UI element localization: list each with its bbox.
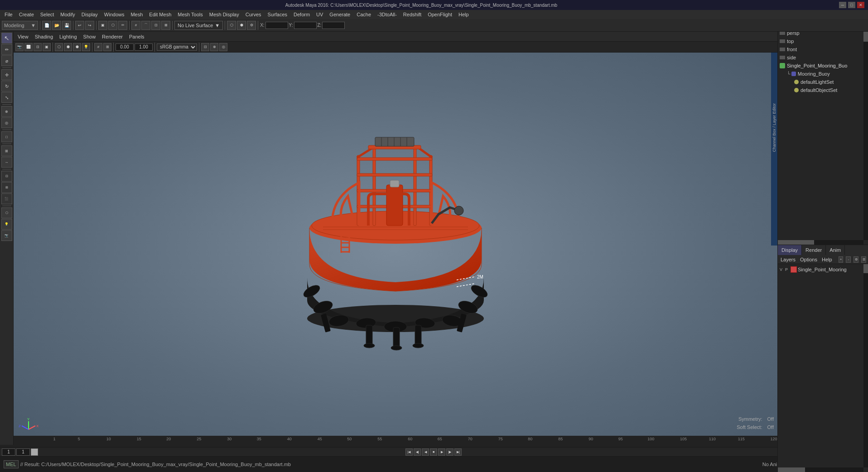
tree-item-side[interactable]: side [778,53,868,62]
measure-button[interactable]: ↔ [1,157,12,168]
select-tool-button[interactable]: ↖ [1,33,12,43]
tree-item-front[interactable]: front [778,45,868,53]
step-back-button[interactable]: ◀| [414,448,421,456]
play-back-button[interactable]: ◀ [422,448,429,456]
options-subtab[interactable]: Options [799,257,818,262]
paint-select-button[interactable]: ✏ [118,21,127,30]
tree-item-spmooring[interactable]: Single_Point_Mooring_Buo [778,62,868,70]
snap-surface-button[interactable]: ⊠ [161,21,170,30]
step-forward-button[interactable]: |▶ [446,448,453,456]
move-tool-button[interactable]: ✛ [1,69,12,80]
save-file-button[interactable]: 💾 [62,21,71,30]
camera-button[interactable]: 📷 [1,230,12,241]
menu-deform[interactable]: Deform [291,11,313,18]
layer-menu-button[interactable]: ☰ [861,256,866,263]
vp-hud-button[interactable]: ⊞ [103,43,111,51]
vp-smooth-button[interactable]: ⬢ [64,43,72,51]
layer-hscrollbar-thumb[interactable] [778,467,805,472]
vp-value2-input[interactable] [135,43,153,51]
display-mode-1[interactable]: ⊡ [1,171,12,182]
redo-button[interactable]: ↪ [85,21,94,30]
select-mode-button[interactable]: ▣ [98,21,107,30]
vp-frame-all-button[interactable]: ⊡ [34,43,42,51]
display-mode-3[interactable]: ⬛ [1,193,12,204]
menu-mesh[interactable]: Mesh [128,11,145,18]
z-input[interactable] [322,22,345,29]
layer-hscrollbar[interactable] [778,467,863,472]
snap-grid-button[interactable]: # [131,21,140,30]
menu-help[interactable]: Help [456,11,472,18]
render-region-button[interactable]: ⬡ [1,207,12,218]
menu-mesh-display[interactable]: Mesh Display [207,11,242,18]
layer-scrollbar-thumb[interactable] [863,264,868,273]
vp-extra3-button[interactable]: ◎ [219,43,227,51]
tree-item-object-set[interactable]: defaultObjectSet [778,86,868,94]
layer-color-swatch[interactable] [791,266,797,273]
vp-value1-input[interactable] [116,43,134,51]
universal-manip-button[interactable]: ⊕ [1,106,12,117]
x-input[interactable] [265,22,288,29]
snap-point-button[interactable]: ⊡ [151,21,160,30]
layer-delete-button[interactable]: - [846,256,851,263]
restore-button[interactable]: □ [848,2,855,8]
menu-select[interactable]: Select [38,11,57,18]
mode-dropdown[interactable]: Modeling ▼ [2,21,38,30]
tab-render[interactable]: Render [802,245,826,255]
minimize-button[interactable]: ─ [839,2,846,8]
snap-curve-button[interactable]: ⌒ [141,21,150,30]
vp-fit-button[interactable]: ⬜ [24,43,33,51]
menu-modify[interactable]: Modify [58,11,77,18]
vp-grid-button[interactable]: # [94,43,102,51]
help-subtab[interactable]: Help [821,257,833,262]
render-button[interactable]: ⬡ [227,21,236,30]
menu-surfaces[interactable]: Surfaces [265,11,290,18]
menu-windows[interactable]: Windows [101,11,127,18]
undo-button[interactable]: ↩ [75,21,84,30]
outliner-hscrollbar-thumb[interactable] [778,240,814,245]
menu-file[interactable]: File [2,11,15,18]
tree-item-top[interactable]: top [778,37,868,45]
y-input[interactable] [294,22,317,29]
vp-wireframe-button[interactable]: ⬡ [55,43,63,51]
display-mode-2[interactable]: ⊞ [1,182,12,193]
vp-lights-button[interactable]: 💡 [82,43,90,51]
gamma-dropdown[interactable]: sRGB gamma [157,43,197,51]
timeline-ruler[interactable]: 1 5 10 15 20 25 30 35 40 45 50 55 60 65 … [54,436,777,447]
tree-item-mooring-buoy[interactable]: └ Mooring_Buoy [778,70,868,78]
tree-item-light-set[interactable]: defaultLightSet [778,78,868,86]
menu-openflight[interactable]: OpenFlight [425,11,455,18]
scale-tool-button[interactable]: ⤡ [1,92,12,103]
vp-extra2-button[interactable]: ⊕ [210,43,218,51]
open-file-button[interactable]: 📂 [52,21,61,30]
mel-indicator[interactable]: MEL [4,460,19,468]
tab-anim[interactable]: Anim [826,245,845,255]
outliner-scrollbar[interactable] [863,28,868,240]
menu-mesh-tools[interactable]: Mesh Tools [175,11,205,18]
menu-generate[interactable]: Generate [327,11,353,18]
lighting-menu[interactable]: Lighting [57,33,79,40]
go-start-button[interactable]: |◀ [405,448,413,456]
window-controls[interactable]: ─ □ ✕ [839,2,864,8]
color-swatch[interactable] [31,448,38,456]
close-button[interactable]: ✕ [857,2,864,8]
render-settings-button[interactable]: ⚙ [247,21,256,30]
menu-redshift[interactable]: Redshift [400,11,424,18]
layer-add-button[interactable]: + [839,256,844,263]
frame-start-input[interactable] [2,448,15,456]
vp-select-button[interactable]: ▣ [43,43,51,51]
model-display[interactable]: 5M 4M 3M 2M [14,53,777,445]
soft-mod-button[interactable]: ◎ [1,117,12,128]
tab-display[interactable]: Display [778,245,802,255]
menu-create[interactable]: Create [16,11,37,18]
layers-subtab[interactable]: Layers [780,257,796,262]
play-forward-button[interactable]: ▶ [438,448,445,456]
rotate-tool-button[interactable]: ↻ [1,81,12,92]
renderer-menu[interactable]: Renderer [100,33,125,40]
outliner-hscrollbar[interactable] [778,240,863,245]
vp-extra1-button[interactable]: ⊡ [201,43,209,51]
timeline-area[interactable]: 1 5 10 15 20 25 30 35 40 45 50 55 60 65 … [0,436,868,447]
layer-row-vp[interactable]: V P Single_Point_Mooring [780,265,866,274]
menu-uv[interactable]: UV [313,11,326,18]
vp-camera-button[interactable]: 📷 [15,43,24,51]
show-manip-button[interactable]: □ [1,131,12,142]
